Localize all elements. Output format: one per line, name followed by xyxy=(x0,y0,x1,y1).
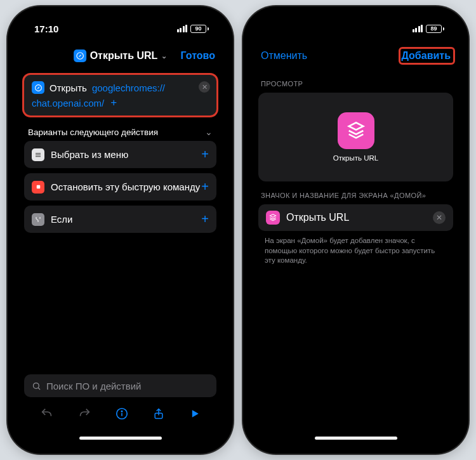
undo-button[interactable] xyxy=(40,407,54,421)
suggestion-stop-shortcut[interactable]: Остановить эту быструю команду + xyxy=(24,173,216,200)
svg-line-9 xyxy=(38,388,40,390)
add-suggestion-button[interactable]: + xyxy=(201,212,209,227)
svg-point-8 xyxy=(34,383,39,388)
search-icon xyxy=(32,381,41,391)
run-button[interactable] xyxy=(188,407,201,420)
url-token-1[interactable]: googlechromes:// xyxy=(92,82,165,93)
page-title[interactable]: Открыть URL ⌄ xyxy=(74,49,168,62)
safari-icon xyxy=(32,81,44,94)
name-row[interactable]: ✕ xyxy=(258,204,453,231)
notch xyxy=(303,15,408,33)
svg-marker-3 xyxy=(37,86,39,89)
search-placeholder: Поиск ПО и действий xyxy=(46,381,141,391)
suggestion-label: Остановить эту быструю команду xyxy=(51,181,200,192)
suggestion-choose-from-menu[interactable]: Выбрать из меню + xyxy=(24,141,216,168)
chevron-down-icon: ⌄ xyxy=(161,52,167,60)
name-section-caption: ЗНАЧОК И НАЗВАНИЕ ДЛЯ ЭКРАНА «ДОМОЙ» xyxy=(252,181,459,204)
battery-icon: 90 xyxy=(190,25,209,33)
shortcut-name-input[interactable] xyxy=(286,212,426,223)
stop-icon xyxy=(32,181,44,194)
suggestion-label: Если xyxy=(51,214,72,225)
suggestions-title-text: Варианты следующего действия xyxy=(28,128,158,137)
svg-rect-7 xyxy=(36,185,40,189)
search-input[interactable]: Поиск ПО и действий xyxy=(24,374,216,397)
help-text: На экран «Домой» будет добавлен значок, … xyxy=(252,231,459,271)
remove-action-button[interactable]: ✕ xyxy=(199,81,210,93)
add-url-variable-button[interactable]: + xyxy=(110,96,117,109)
safari-icon xyxy=(74,49,86,62)
info-button[interactable] xyxy=(115,407,129,421)
notch xyxy=(68,15,173,33)
share-button[interactable] xyxy=(152,407,165,421)
home-indicator[interactable] xyxy=(315,437,397,440)
preview-box: Открыть URL xyxy=(258,93,453,181)
add-suggestion-button[interactable]: + xyxy=(201,180,209,194)
redo-button[interactable] xyxy=(77,407,91,421)
phone-left: 17:10 90 Открыть URL ⌄ Готово ✕ xyxy=(8,6,233,454)
action-verb: Открыть xyxy=(50,82,87,93)
open-url-action-card[interactable]: ✕ Открыть googlechromes:// chat.openai.c… xyxy=(24,75,216,115)
svg-marker-14 xyxy=(192,410,198,417)
clear-name-button[interactable]: ✕ xyxy=(433,211,446,224)
suggestion-label: Выбрать из меню xyxy=(51,149,128,160)
battery-icon: 89 xyxy=(426,25,444,33)
preview-caption: ПРОСМОТР xyxy=(252,70,459,93)
url-token-2[interactable]: chat.openai.com/ xyxy=(32,98,104,108)
add-suggestion-button[interactable]: + xyxy=(201,147,209,162)
cellular-icon xyxy=(177,25,188,32)
suggestions-header[interactable]: Варианты следующего действия ⌄ xyxy=(24,124,216,141)
preview-label: Открыть URL xyxy=(333,154,378,162)
shortcut-icon xyxy=(338,112,374,149)
branch-icon xyxy=(32,213,44,226)
svg-marker-1 xyxy=(78,55,81,58)
title-text: Открыть URL xyxy=(90,50,158,62)
svg-point-12 xyxy=(121,411,122,412)
status-time: 17:10 xyxy=(34,23,58,34)
bottom-toolbar xyxy=(24,401,216,429)
phone-right: 89 Отменить Добавить ПРОСМОТР Открыть UR… xyxy=(243,6,468,454)
add-button[interactable]: Добавить xyxy=(402,50,451,61)
home-indicator[interactable] xyxy=(79,437,162,440)
list-icon xyxy=(32,148,44,161)
shortcut-icon[interactable] xyxy=(266,211,280,225)
suggestion-if[interactable]: Если + xyxy=(24,206,216,233)
chevron-down-icon: ⌄ xyxy=(205,127,213,137)
done-button[interactable]: Готово xyxy=(181,50,215,62)
cancel-button[interactable]: Отменить xyxy=(261,50,307,62)
cellular-icon xyxy=(413,25,423,32)
